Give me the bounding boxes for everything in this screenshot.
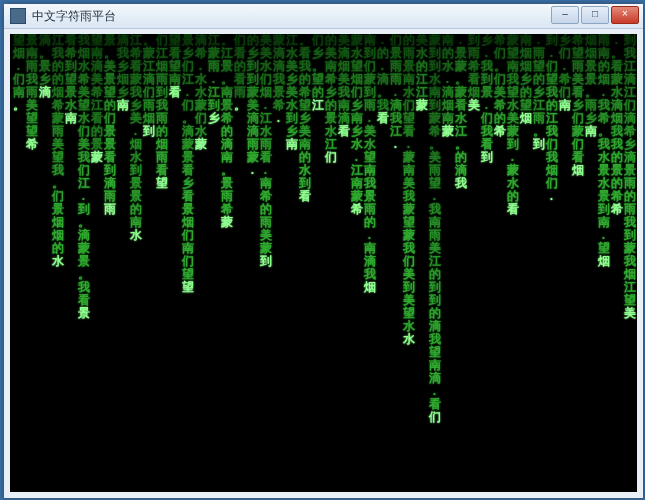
rain-column: .景蒙。蒙看水江。的滴我 xyxy=(454,34,467,190)
rain-column: 我烟水希美望水们美我们江.到。滴蒙景。我看景 xyxy=(77,34,90,320)
rain-column: 南烟烟乡的望烟 xyxy=(519,34,532,125)
rain-char: . xyxy=(545,190,558,203)
rain-column: 滴希.水水蒙们水蒙 xyxy=(194,34,207,151)
rain-char: 看 xyxy=(168,86,181,99)
rain-column: 希望雨美看乡们蒙们看烟 xyxy=(571,34,584,177)
rain-char: 南 xyxy=(116,99,129,112)
rain-column: 们乡。望的江 xyxy=(311,34,324,112)
app-icon xyxy=(10,8,26,24)
rain-char: 蒙 xyxy=(441,125,454,138)
rain-column: 的美南希乡的景水江们 xyxy=(324,34,337,164)
rain-column: 江蒙雨.江到乡 xyxy=(207,34,220,125)
rain-column: .雨望的乡江雨。到 xyxy=(532,34,545,151)
rain-column: 雨南的烟.我希。我水景水景到南.望烟 xyxy=(597,34,610,268)
rain-column: 蒙到到水南到蒙希。美雨望.我南雨美江的到到的滴我望南滴.看们 xyxy=(428,34,441,424)
rain-char: 南 xyxy=(558,99,571,112)
rain-column: 景。美景望的们景景看到滴雨雨 xyxy=(103,34,116,216)
rain-column: 南到们蒙到雨.美水望南我景雨的.南滴我烟 xyxy=(363,34,376,294)
rain-column: .的.滴。我看 xyxy=(376,34,389,125)
rain-char: 看 xyxy=(506,203,519,216)
rain-char: 烟 xyxy=(597,255,610,268)
rain-char: 蒙 xyxy=(90,151,103,164)
rain-column: 们看的看雨。 xyxy=(233,34,246,112)
rain-char: 。 xyxy=(12,99,25,112)
rain-char: 望 xyxy=(155,177,168,190)
rain-column: 望南滴美希江看的景蒙 xyxy=(90,34,103,164)
rain-column: 蒙滴滴我景希. xyxy=(272,34,285,125)
rain-char: 希 xyxy=(610,203,623,216)
rain-char: 希 xyxy=(493,125,506,138)
rain-column: 看希到望景水南 xyxy=(64,34,77,125)
rain-column: 蒙水望烟们乡南乡水.江南蒙希 xyxy=(350,34,363,216)
rain-column: 们景雨雨.滴我江. xyxy=(389,34,402,151)
rain-char: 乡 xyxy=(207,112,220,125)
rain-char: 到 xyxy=(480,151,493,164)
matrix-rain-canvas: 望烟.们南。景南雨我雨美望望希滴。景乡滴江我的的烟希蒙雨美望我。们景烟烟的水看希… xyxy=(10,34,637,492)
rain-char: 看 xyxy=(337,125,350,138)
rain-column: 到.们望我的江我们我烟们. xyxy=(545,34,558,203)
rain-column: 的雨景南水们望看.蒙南美我蒙望蒙我们美到美望水水 xyxy=(402,34,415,346)
rain-column: 江希看蒙我乡美.烟水到景景的南水 xyxy=(129,34,142,242)
titlebar[interactable]: 中文字符雨平台 – □ × xyxy=(4,4,643,29)
rain-column: 景南雨我雨美望望希 xyxy=(25,34,38,151)
rain-char: 蒙 xyxy=(415,99,428,112)
rain-char: 烟 xyxy=(519,112,532,125)
rain-char: 美 xyxy=(623,307,636,320)
rain-column: 。江景。南景希的滴南。景雨希蒙 xyxy=(220,34,233,229)
rain-char: 希 xyxy=(350,203,363,216)
rain-char: 看 xyxy=(298,190,311,203)
rain-char: 看 xyxy=(376,112,389,125)
minimize-button[interactable]: – xyxy=(551,6,579,24)
rain-char: 烟 xyxy=(363,281,376,294)
rain-column: 的乡到到蒙美滴滴雨蒙. xyxy=(246,34,259,177)
rain-column: 景乡们江.们。滴蒙景看乡看景烟们南们望望 xyxy=(181,34,194,294)
rain-column: 江我的的烟希蒙雨美望我。们景烟烟的水 xyxy=(51,34,64,268)
app-window: 中文字符雨平台 – □ × 望烟.们南。景南雨我雨美望望希滴。景乡滴江我的的烟希… xyxy=(3,3,644,499)
rain-column: 美美水们烟.江水雨看.南希的雨美蒙到 xyxy=(259,34,272,268)
rain-column: 江水美乡美水到乡南 xyxy=(285,34,298,151)
rain-char: 蒙 xyxy=(194,138,207,151)
rain-column: .。看蒙水滴烟我我的景的希希 xyxy=(610,34,623,216)
rain-column: 烟烟景景。雨乡南 xyxy=(584,34,597,138)
window-buttons: – □ × xyxy=(551,6,639,24)
rain-char: . xyxy=(389,138,402,151)
rain-char: 烟 xyxy=(571,164,584,177)
rain-column: 乡.我到景.们我看到 xyxy=(480,34,493,164)
rain-char: 景 xyxy=(77,307,90,320)
rain-column: 望看望南看 xyxy=(168,34,181,99)
rain-char: 水 xyxy=(51,255,64,268)
rain-char: 希 xyxy=(25,138,38,151)
rain-char: 水 xyxy=(402,333,415,346)
rain-char: 到 xyxy=(532,138,545,151)
rain-char: 滴 xyxy=(38,86,51,99)
rain-char: 江 xyxy=(311,99,324,112)
rain-char: 我 xyxy=(454,177,467,190)
rain-column: 。蒙江滴们雨烟到 xyxy=(142,34,155,138)
rain-column: 们江烟雨到我雨的烟雨看望 xyxy=(155,34,168,190)
rain-char: 蒙 xyxy=(220,216,233,229)
rain-char: 到 xyxy=(259,255,272,268)
rain-char: 雨 xyxy=(103,203,116,216)
window-title: 中文字符雨平台 xyxy=(32,8,116,25)
rain-char: 们 xyxy=(428,411,441,424)
rain-column: 到我江滴江们滴希乡滴景雨的雨我到蒙我烟江望美 xyxy=(623,34,636,320)
rain-char: 水 xyxy=(129,229,142,242)
rain-column: 美水的江江蒙 xyxy=(415,34,428,112)
rain-column: 望烟.们南。 xyxy=(12,34,25,112)
rain-column: 美滴烟美我南滴看 xyxy=(337,34,350,138)
rain-char: 望 xyxy=(181,281,194,294)
rain-char: . xyxy=(246,164,259,177)
rain-char: 们 xyxy=(324,151,337,164)
rain-column: 到雨希看烟美 xyxy=(467,34,480,112)
rain-char: 南 xyxy=(584,125,597,138)
maximize-button[interactable]: □ xyxy=(581,6,609,24)
rain-char: 。 xyxy=(233,99,246,112)
rain-char: . xyxy=(272,112,285,125)
close-button[interactable]: × xyxy=(611,6,639,24)
rain-column: 滴我乡烟乡南 xyxy=(116,34,129,112)
rain-column: 。看我的希望乡美南的水到看 xyxy=(298,34,311,203)
rain-column: 希们。们美希的希 xyxy=(493,34,506,138)
rain-column: 滴。景乡滴 xyxy=(38,34,51,99)
rain-char: 南 xyxy=(64,112,77,125)
rain-column: 蒙望南我望水美蒙到.蒙水的看 xyxy=(506,34,519,216)
